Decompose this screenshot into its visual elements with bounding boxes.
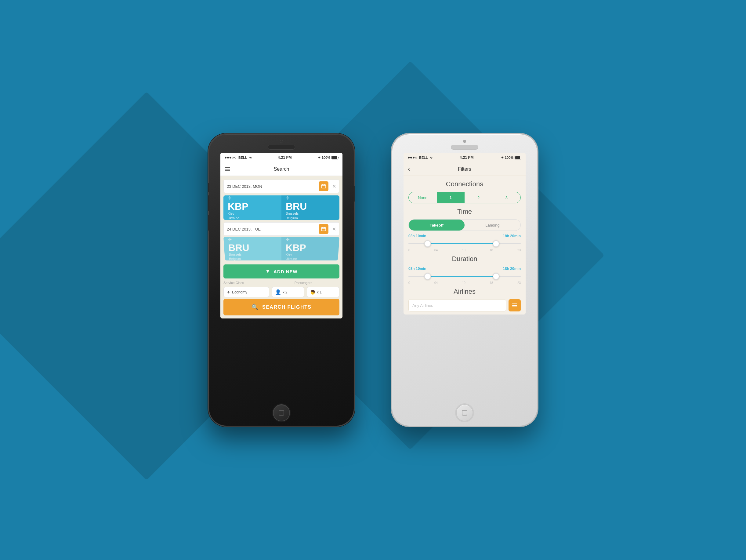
add-new-icon: ▼	[265, 269, 270, 274]
left-phone: BELL ∿ 4:21 PM ✦ 100%	[208, 134, 355, 426]
child-passengers-box[interactable]: 👦 x 1	[307, 287, 339, 297]
phone-speaker-white	[451, 145, 478, 150]
date-close-2[interactable]: ✕	[332, 226, 336, 232]
status-right-right: ✦ 100%	[501, 156, 521, 160]
airlines-title: Airlines	[408, 288, 521, 296]
nav-title-right: Filters	[458, 166, 471, 172]
hamburger-line-1	[225, 167, 230, 168]
volume-down-button[interactable]	[207, 215, 209, 230]
status-bar-right: BELL ∿ 4:21 PM ✦ 100%	[404, 153, 526, 163]
hamburger-line-2	[225, 169, 230, 169]
phone-white: BELL ∿ 4:21 PM ✦ 100% ‹ Filters	[391, 134, 538, 426]
add-new-button[interactable]: ▼ ADD NEW	[224, 264, 339, 278]
dest-section: ✈ BRU Brussels Belgium	[281, 195, 339, 220]
phone-speaker	[268, 145, 295, 150]
origin-section: ✈ KBP Kiev Ukraine	[224, 195, 281, 220]
time-min-label: 03h 10min	[408, 234, 426, 238]
filters-section: Connections None 1 2 3	[404, 176, 526, 314]
home-button[interactable]	[273, 404, 290, 421]
home-button-square-white	[462, 410, 467, 416]
battery-bar-right	[515, 156, 521, 159]
duration-slider-thumb-right[interactable]	[493, 273, 499, 280]
duration-slider[interactable]	[408, 272, 521, 281]
mute-button[interactable]	[207, 183, 209, 192]
conn-option-none[interactable]: None	[409, 192, 437, 203]
date-text-1: 23 DEC 2013, MON	[227, 184, 319, 189]
dest-city: Brussels Belgium	[286, 211, 298, 220]
return-plane-icon-2: ✈	[286, 237, 290, 243]
service-class-box[interactable]: ✈ Economy	[224, 287, 269, 297]
passengers-col: Passengers	[294, 281, 339, 286]
return-plane-icon-1: ✈	[228, 237, 232, 243]
status-left-right: BELL ∿	[408, 156, 432, 160]
mute-button-white[interactable]	[391, 183, 392, 192]
battery-bar	[332, 156, 338, 159]
svg-rect-4	[321, 227, 326, 231]
dur-tick-4: 23	[517, 281, 521, 285]
date-close-1[interactable]: ✕	[332, 184, 336, 189]
home-button-white[interactable]	[456, 404, 473, 421]
seat-icon: ✈	[227, 290, 230, 295]
calendar-icon-2[interactable]	[319, 224, 328, 234]
status-bar: BELL ∿ 4:21 PM ✦ 100%	[220, 153, 342, 163]
add-new-label: ADD NEW	[274, 269, 297, 274]
origin-city: Kiev Ukraine	[228, 211, 239, 220]
service-passengers-section: Service Class Passengers ✈ Economy	[224, 281, 339, 297]
time-slider-ticks: 0 04 10 18 23	[408, 249, 521, 252]
time-tick-1: 04	[434, 249, 438, 252]
battery-label-right: 100%	[505, 156, 513, 159]
right-phone: BELL ∿ 4:21 PM ✦ 100% ‹ Filters	[391, 134, 538, 426]
volume-up-button[interactable]	[207, 195, 209, 211]
list-icon	[512, 304, 517, 307]
volume-down-button-white[interactable]	[391, 215, 392, 230]
battery-fill-right	[515, 156, 520, 159]
adult-count: x 2	[283, 290, 288, 295]
wifi-icon: ∿	[249, 156, 252, 160]
duration-slider-fill	[428, 276, 496, 277]
adult-passengers-box[interactable]: 👤 x 2	[272, 287, 304, 297]
calendar-icon-1[interactable]	[319, 181, 328, 191]
time-tick-4: 23	[517, 249, 521, 252]
search-flights-button[interactable]: 🔍 SEARCH FLIGHTS	[224, 299, 339, 315]
conn-option-2[interactable]: 2	[465, 192, 493, 203]
return-origin-city: Brussels Belgium	[229, 253, 242, 260]
home-button-inner	[274, 405, 289, 421]
date-text-2: 24 DEC 2013, TUE	[227, 227, 319, 231]
time-range-labels: 03h 10min 18h 20min	[408, 234, 521, 238]
passengers-label: Passengers	[294, 281, 339, 285]
plane-icon-2: ✈	[286, 195, 290, 201]
search-button-label: SEARCH FLIGHTS	[262, 304, 311, 310]
conn-option-3[interactable]: 3	[493, 192, 521, 203]
volume-up-button-white[interactable]	[391, 195, 392, 211]
bluetooth-icon: ✦	[318, 156, 320, 160]
takeoff-toggle[interactable]: Takeoff	[409, 220, 465, 230]
landing-toggle[interactable]: Landing	[465, 220, 520, 230]
date-row-1[interactable]: 23 DEC 2013, MON ✕	[224, 179, 339, 193]
airlines-list-button[interactable]	[509, 299, 521, 311]
origin-code: KBP	[228, 201, 249, 211]
phone-screen-right: BELL ∿ 4:21 PM ✦ 100% ‹ Filters	[404, 153, 526, 314]
duration-slider-thumb-left[interactable]	[424, 273, 431, 280]
return-origin-section: ✈ BRU Brussels Belgium	[224, 237, 281, 260]
r-signal-dot-3	[413, 157, 414, 159]
return-flight-card: ✈ BRU Brussels Belgium ✈ KBP Kiev	[224, 237, 339, 260]
time-slider-thumb-right[interactable]	[493, 240, 499, 247]
battery-fill	[332, 156, 337, 159]
hamburger-menu-button[interactable]	[225, 167, 230, 171]
nav-title: Search	[274, 166, 289, 172]
date-row-2[interactable]: 24 DEC 2013, TUE ✕	[224, 222, 339, 236]
return-origin-code: BRU	[228, 243, 249, 253]
power-button[interactable]	[354, 186, 355, 201]
signal-dot-1	[225, 157, 227, 159]
airlines-input[interactable]: Any Airlines	[408, 299, 506, 311]
connections-title: Connections	[408, 180, 521, 188]
child-count: x 1	[317, 290, 322, 295]
duration-range-labels: 03h 10min 18h 20min	[408, 267, 521, 271]
time-slider-thumb-left[interactable]	[424, 240, 431, 247]
back-button[interactable]: ‹	[408, 165, 410, 173]
flight-card-1: ✈ KBP Kiev Ukraine ✈ BRU Brussels	[224, 195, 339, 220]
svg-rect-0	[321, 185, 326, 188]
conn-option-1[interactable]: 1	[437, 192, 465, 203]
time-slider[interactable]	[408, 240, 521, 248]
power-button-white[interactable]	[537, 186, 539, 201]
